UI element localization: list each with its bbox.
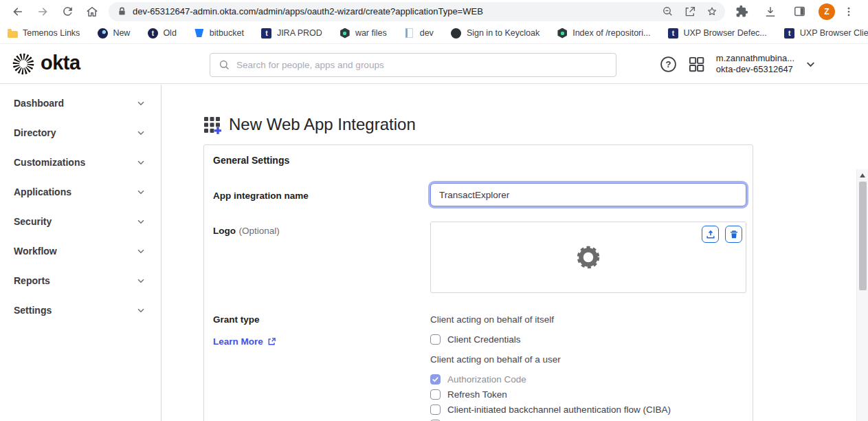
app-name-label: App integration name <box>213 191 309 201</box>
back-arrow-icon <box>11 5 25 19</box>
sidebar-item-reports[interactable]: Reports <box>0 266 161 295</box>
browser-profile-avatar[interactable]: Z <box>819 3 835 20</box>
sidebar-item-workflow[interactable]: Workflow <box>0 236 161 266</box>
scrollbar-up-arrow[interactable] <box>860 173 865 177</box>
temenos-t-square-icon: t <box>261 28 272 39</box>
app-integration-name-input[interactable] <box>430 183 746 206</box>
account-chevron-down-icon[interactable] <box>805 58 816 70</box>
back-button[interactable] <box>8 2 27 21</box>
bookmark-new[interactable]: New <box>97 28 130 39</box>
bookmark-uxp-browser-defects[interactable]: t UXP Browser Defec... <box>667 28 766 39</box>
checkbox-checked-icon[interactable] <box>430 374 441 385</box>
kebab-menu-icon <box>843 6 855 18</box>
chevron-down-icon <box>136 217 146 226</box>
browser-window: dev-65312647-admin.okta.com/admin/apps/o… <box>0 0 868 421</box>
upload-logo-button[interactable] <box>702 226 719 243</box>
okta-logo[interactable]: okta <box>12 53 80 75</box>
admin-sidebar: Dashboard Directory Customizations Appli… <box>0 85 162 421</box>
reload-icon <box>61 5 74 18</box>
lock-icon <box>117 6 127 17</box>
grant-option-refresh-token: Refresh Token <box>430 387 744 401</box>
chevron-down-icon <box>136 276 146 285</box>
org-name: okta-dev-65312647 <box>716 64 794 75</box>
delete-logo-button[interactable] <box>725 226 742 243</box>
sidebar-item-applications[interactable]: Applications <box>0 177 161 206</box>
global-search[interactable] <box>210 53 616 77</box>
checkbox-unchecked-icon[interactable] <box>430 389 441 400</box>
account-menu[interactable]: m.zannathmubina... okta-dev-65312647 <box>716 53 794 75</box>
app-switcher-icon[interactable] <box>687 55 706 74</box>
page-title: New Web App Integration <box>203 115 856 134</box>
bookmark-uxp-browser-client[interactable]: t UXP Browser Client... <box>784 28 868 39</box>
global-search-input[interactable] <box>236 60 608 70</box>
bookmark-jira-prod[interactable]: t JIRA PROD <box>261 28 322 39</box>
bookmark-war-files[interactable]: war files <box>340 28 387 39</box>
folder-icon <box>7 28 18 39</box>
search-icon <box>219 59 230 71</box>
forward-arrow-icon <box>36 5 49 19</box>
checkbox-unchecked-icon[interactable] <box>430 404 441 415</box>
chevron-down-icon <box>136 305 146 315</box>
grant-group-heading: Client acting on behalf of a user <box>430 354 744 365</box>
side-panel-icon <box>793 5 806 18</box>
address-bar[interactable]: dev-65312647-admin.okta.com/admin/apps/o… <box>109 2 725 21</box>
browser-menu-button[interactable] <box>839 2 858 21</box>
url-text: dev-65312647-admin.okta.com/admin/apps/o… <box>133 6 656 17</box>
bookmark-bitbucket[interactable]: bitbucket <box>194 28 244 39</box>
okta-header: okta ? m.zannathmubina... okta-dev-65 <box>0 44 868 84</box>
checkbox-unchecked-icon[interactable] <box>430 334 441 345</box>
okta-sunburst-icon <box>12 53 34 75</box>
nexus-hexagon-icon <box>340 28 350 39</box>
temenos-t-circle-icon: t <box>147 28 158 39</box>
grant-option-ciba: Client-initiated backchannel authenticat… <box>430 402 744 416</box>
logo-upload-box <box>430 222 746 293</box>
bitbucket-icon <box>194 28 205 39</box>
bookmark-keycloak[interactable]: Sign in to Keycloak <box>451 28 539 39</box>
sidebar-item-directory[interactable]: Directory <box>0 118 161 147</box>
share-icon[interactable] <box>684 6 696 18</box>
learn-more-link[interactable]: Learn More <box>213 336 276 347</box>
main-panel: New Web App Integration General Settings… <box>162 85 856 421</box>
grant-option-client-credentials: Client Credentials <box>430 332 744 346</box>
app-name-row: App integration name <box>213 183 744 206</box>
temenos-circle-icon <box>97 28 108 39</box>
grant-option-implicit-hybrid: Implicit (hybrid) <box>430 418 744 421</box>
download-icon <box>764 5 777 19</box>
forward-button[interactable] <box>33 2 52 21</box>
puzzle-icon <box>735 5 748 18</box>
nexus-hexagon-icon <box>557 28 568 39</box>
extensions-button[interactable] <box>732 2 751 21</box>
bookmark-index-repositories[interactable]: Index of /repositori... <box>557 28 650 39</box>
chevron-down-icon <box>136 98 146 108</box>
chevron-down-icon <box>136 246 146 256</box>
home-icon <box>85 5 99 19</box>
zoom-out-icon[interactable] <box>662 6 674 18</box>
bookmark-star-icon[interactable] <box>706 6 718 18</box>
check-icon <box>432 376 439 383</box>
downloads-button[interactable] <box>761 2 780 21</box>
help-icon[interactable]: ? <box>660 56 677 73</box>
document-icon <box>404 28 415 39</box>
bookmarks-bar: Temenos Links New t Old bitbucket t JIRA… <box>0 23 868 44</box>
new-app-grid-plus-icon <box>203 116 222 134</box>
page-scrollbar[interactable] <box>856 169 868 421</box>
sidebar-item-security[interactable]: Security <box>0 206 161 236</box>
grant-type-label: Grant type <box>213 314 430 325</box>
bookmark-temenos-links[interactable]: Temenos Links <box>7 28 80 39</box>
section-title: General Settings <box>213 155 744 166</box>
trash-icon <box>729 230 739 239</box>
reload-button[interactable] <box>58 2 77 21</box>
side-panel-button[interactable] <box>790 2 809 21</box>
sidebar-item-settings[interactable]: Settings <box>0 295 161 325</box>
grant-option-authorization-code: Authorization Code <box>430 372 744 386</box>
sidebar-item-dashboard[interactable]: Dashboard <box>0 88 161 118</box>
home-button[interactable] <box>82 2 102 21</box>
temenos-t-square-icon: t <box>667 28 678 39</box>
grant-type-row: Grant type Learn More C <box>213 314 744 421</box>
sidebar-item-customizations[interactable]: Customizations <box>0 147 161 177</box>
scrollbar-thumb[interactable] <box>859 182 867 290</box>
user-name: m.zannathmubina... <box>716 53 794 64</box>
bookmark-old[interactable]: t Old <box>147 28 176 39</box>
upload-icon <box>706 230 715 239</box>
bookmark-dev[interactable]: dev <box>404 28 434 39</box>
